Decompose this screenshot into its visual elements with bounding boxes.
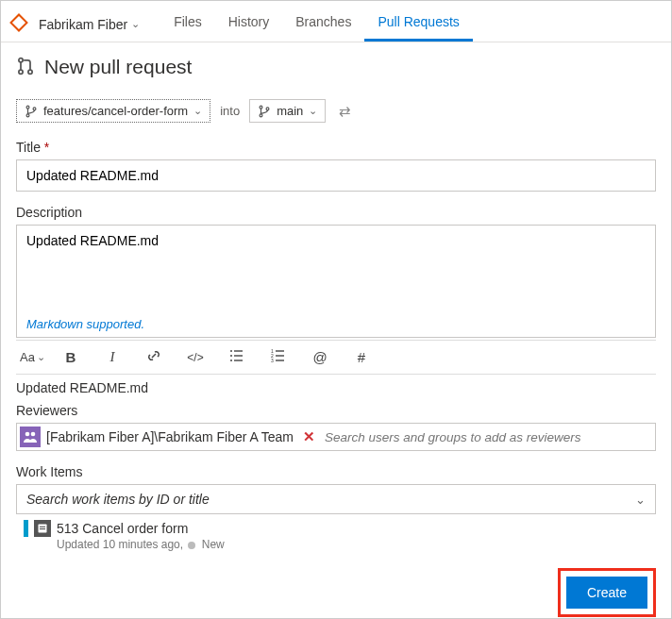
into-label: into	[220, 104, 240, 118]
svg-rect-24	[40, 527, 45, 527]
source-branch-picker[interactable]: features/cancel-order-form ⌄	[16, 99, 210, 123]
page-title: New pull request	[44, 56, 192, 78]
tab-files[interactable]: Files	[160, 7, 215, 42]
reviewers-input[interactable]: [Fabrikam Fiber A]\Fabrikam Fiber A Team…	[16, 423, 656, 451]
svg-point-22	[31, 432, 36, 437]
svg-point-1	[19, 70, 23, 74]
work-item-updated: Updated 10 minutes ago,	[57, 538, 183, 551]
work-items-label: Work Items	[16, 464, 656, 479]
source-branch-name: features/cancel-order-form	[43, 104, 188, 118]
title-label: Title	[16, 140, 41, 155]
editor-toolbar: Aa⌄ B I </> 123 @ #	[16, 340, 656, 375]
repo-icon	[12, 16, 29, 32]
svg-rect-10	[234, 350, 243, 351]
mention-button[interactable]: @	[311, 349, 329, 365]
create-button[interactable]: Create	[566, 577, 647, 609]
work-items-search[interactable]: Search work items by ID or title ⌄	[16, 484, 656, 514]
svg-rect-12	[234, 355, 243, 356]
svg-rect-20	[276, 360, 284, 360]
work-item-state: New	[202, 538, 225, 551]
repo-picker[interactable]: Fabrikam Fiber ⌄	[35, 11, 143, 38]
tab-pull-requests[interactable]: Pull Requests	[364, 7, 472, 42]
code-button[interactable]: </>	[186, 351, 205, 364]
create-button-highlight: Create	[558, 568, 656, 617]
svg-point-21	[25, 432, 30, 437]
link-button[interactable]	[144, 348, 163, 366]
svg-rect-14	[234, 360, 243, 360]
tab-branches[interactable]: Branches	[282, 7, 364, 42]
svg-point-11	[230, 355, 232, 357]
bullet-list-button[interactable]	[227, 348, 246, 366]
svg-point-6	[260, 106, 262, 109]
work-items-placeholder: Search work items by ID or title	[26, 492, 210, 507]
group-avatar-icon	[20, 427, 41, 447]
chevron-down-icon: ⌄	[193, 105, 202, 117]
description-input[interactable]: Updated README.md	[17, 226, 655, 309]
description-label: Description	[16, 205, 656, 220]
repo-name-label: Fabrikam Fiber	[39, 17, 127, 32]
state-dot-icon	[188, 542, 195, 549]
chevron-down-icon: ⌄	[309, 105, 317, 117]
hashtag-button[interactable]: #	[352, 349, 371, 365]
pull-request-icon	[16, 57, 35, 78]
chevron-down-icon: ⌄	[635, 493, 646, 507]
work-item-row[interactable]: 513 Cancel order form Updated 10 minutes…	[16, 520, 656, 553]
svg-point-3	[26, 106, 29, 109]
svg-point-8	[266, 107, 269, 109]
target-branch-picker[interactable]: main ⌄	[249, 99, 326, 123]
italic-button[interactable]: I	[103, 349, 122, 365]
reviewers-label: Reviewers	[16, 403, 656, 418]
description-preview: Updated README.md	[16, 380, 656, 395]
svg-point-9	[230, 350, 232, 352]
swap-branches-icon[interactable]: ⇄	[339, 103, 351, 120]
svg-point-2	[28, 70, 32, 74]
svg-point-0	[19, 58, 23, 61]
reviewer-chip: [Fabrikam Fiber A]\Fabrikam Fiber A Team	[46, 429, 294, 444]
svg-point-7	[260, 113, 262, 116]
bold-button[interactable]: B	[61, 349, 80, 365]
reviewers-placeholder: Search users and groups to add as review…	[325, 430, 649, 444]
markdown-supported-link[interactable]: Markdown supported.	[17, 311, 655, 337]
required-asterisk: *	[44, 140, 49, 155]
work-item-color-bar	[24, 520, 28, 537]
svg-text:3: 3	[271, 358, 274, 363]
target-branch-name: main	[277, 104, 303, 118]
svg-rect-25	[40, 528, 45, 529]
chevron-down-icon: ⌄	[131, 18, 140, 30]
svg-point-4	[26, 113, 29, 116]
font-size-button[interactable]: Aa⌄	[20, 350, 39, 364]
branch-icon	[25, 105, 38, 118]
title-input[interactable]	[16, 159, 656, 192]
work-item-id: 513	[57, 521, 78, 536]
svg-rect-18	[276, 355, 284, 356]
svg-point-5	[33, 107, 36, 109]
tab-history[interactable]: History	[215, 7, 283, 42]
branch-icon	[258, 105, 271, 118]
svg-rect-16	[276, 350, 284, 351]
remove-reviewer-button[interactable]: ✕	[299, 428, 319, 445]
svg-point-13	[230, 360, 232, 361]
work-item-type-icon	[34, 520, 51, 537]
numbered-list-button[interactable]: 123	[269, 348, 288, 366]
work-item-title: Cancel order form	[82, 521, 188, 536]
top-tabs: Files History Branches Pull Requests	[160, 7, 473, 42]
